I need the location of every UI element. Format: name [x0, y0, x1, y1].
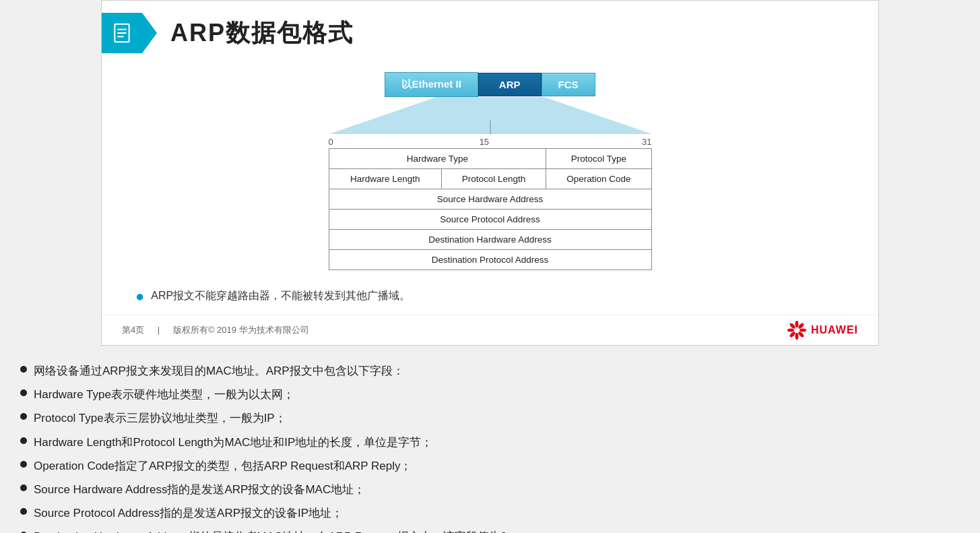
copyright-text: 版权所有© 2019 华为技术有限公司 [173, 325, 309, 335]
table-row-4: Source Protocol Address [329, 210, 651, 230]
bullet-marker [20, 437, 27, 444]
bullet-list: 网络设备通过ARP报文来发现目的MAC地址。ARP报文中包含以下字段：Hardw… [20, 362, 960, 533]
bullet-marker [20, 484, 27, 491]
ruler-numbers: 0 15 31 [329, 137, 652, 147]
list-item: Source Hardware Address指的是发送ARP报文的设备MAC地… [20, 480, 960, 499]
huawei-logo-icon [787, 321, 807, 340]
slide-header: ARP数据包格式 [102, 1, 878, 65]
trapezoid-shape [329, 97, 652, 134]
header-icon-box [102, 13, 142, 53]
svg-point-12 [795, 333, 799, 340]
ruler-right: 31 [642, 137, 651, 147]
fcs-box: FCS [542, 73, 595, 96]
table-row-1: Hardware Type Protocol Type [329, 149, 651, 169]
svg-point-11 [797, 331, 805, 338]
bullet-text-4: Operation Code指定了ARP报文的类型，包括ARP Request和… [34, 457, 412, 475]
list-item: Destination Hardware Address指的是接收者MAC地址，… [20, 528, 960, 533]
funnel-wrapper: 0 15 31 Hardware Type Protocol Type Hard… [329, 97, 652, 270]
svg-point-13 [789, 331, 796, 338]
operation-code-cell: Operation Code [546, 169, 651, 189]
bottom-content: 网络设备通过ARP报文来发现目的MAC地址。ARP报文中包含以下字段：Hardw… [0, 346, 980, 533]
slide-area: ARP数据包格式 以Ethernet II ARP FCS [101, 0, 879, 346]
hardware-length-cell: Hardware Length [329, 169, 441, 189]
page-container: ARP数据包格式 以Ethernet II ARP FCS [0, 0, 980, 533]
bullet-text-5: Source Hardware Address指的是发送ARP报文的设备MAC地… [34, 480, 365, 499]
diagram-area: 以Ethernet II ARP FCS 0 15 [102, 65, 878, 277]
huawei-brand-text: HUAWEI [811, 324, 858, 336]
bullet-text-3: Hardware Length和Protocol Length为MAC地址和IP… [34, 433, 432, 451]
slide-bullet-text: ARP报文不能穿越路由器，不能被转发到其他广播域。 [151, 289, 410, 303]
arp-box: ARP [478, 73, 542, 96]
ethernet-box: 以Ethernet II [385, 72, 478, 97]
bullet-marker [20, 413, 27, 420]
list-item: Protocol Type表示三层协议地址类型，一般为IP； [20, 409, 960, 427]
slide-title: ARP数据包格式 [170, 17, 354, 50]
table-row-6: Destination Protocol Address [329, 250, 651, 270]
list-item: Operation Code指定了ARP报文的类型，包括ARP Request和… [20, 457, 960, 475]
document-icon [111, 22, 133, 44]
list-item: 网络设备通过ARP报文来发现目的MAC地址。ARP报文中包含以下字段： [20, 362, 960, 380]
protocol-type-cell: Protocol Type [546, 149, 651, 169]
header-arrow [142, 13, 157, 53]
table-row-3: Source Hardware Address [329, 189, 651, 210]
protocol-length-cell: Protocol Length [441, 169, 546, 189]
bullet-marker [20, 508, 27, 515]
bullet-text-0: 网络设备通过ARP报文来发现目的MAC地址。ARP报文中包含以下字段： [34, 362, 404, 380]
slide-bullet-area: ● ARP报文不能穿越路由器，不能被转发到其他广播域。 [102, 277, 878, 315]
table-row-2: Hardware Length Protocol Length Operatio… [329, 169, 651, 189]
svg-point-9 [797, 322, 805, 330]
arp-table: Hardware Type Protocol Type Hardware Len… [329, 148, 652, 270]
footer-left: 第4页 | 版权所有© 2019 华为技术有限公司 [122, 324, 309, 336]
src-proto-addr-cell: Source Protocol Address [329, 210, 651, 230]
dst-hw-addr-cell: Destination Hardware Address [329, 230, 651, 250]
list-item: Hardware Type表示硬件地址类型，一般为以太网； [20, 385, 960, 404]
bullet-text-7: Destination Hardware Address指的是接收者MAC地址，… [34, 528, 519, 533]
bullet-text-2: Protocol Type表示三层协议地址类型，一般为IP； [34, 409, 286, 427]
ruler-mid: 15 [480, 137, 489, 147]
src-hw-addr-cell: Source Hardware Address [329, 189, 651, 210]
packet-boxes: 以Ethernet II ARP FCS [385, 72, 595, 97]
page-number: 第4页 [122, 325, 144, 335]
dst-proto-addr-cell: Destination Protocol Address [329, 250, 651, 270]
svg-point-15 [789, 322, 796, 330]
bullet-marker [20, 461, 27, 468]
ruler-left: 0 [329, 137, 333, 147]
list-item: Hardware Length和Protocol Length为MAC地址和IP… [20, 433, 960, 451]
table-row-5: Destination Hardware Address [329, 230, 651, 250]
slide-footer: 第4页 | 版权所有© 2019 华为技术有限公司 [102, 315, 878, 345]
svg-point-14 [787, 329, 794, 332]
bullet-marker [20, 366, 27, 373]
huawei-logo: HUAWEI [787, 321, 858, 340]
bullet-dot-icon: ● [135, 288, 144, 305]
bullet-text-1: Hardware Type表示硬件地址类型，一般为以太网； [34, 385, 294, 404]
bullet-text-6: Source Protocol Address指的是发送ARP报文的设备IP地址… [34, 504, 343, 522]
bullet-marker [20, 389, 27, 396]
hardware-type-cell: Hardware Type [329, 149, 546, 169]
svg-point-8 [795, 321, 799, 327]
list-item: Source Protocol Address指的是发送ARP报文的设备IP地址… [20, 504, 960, 522]
svg-point-10 [799, 329, 806, 332]
